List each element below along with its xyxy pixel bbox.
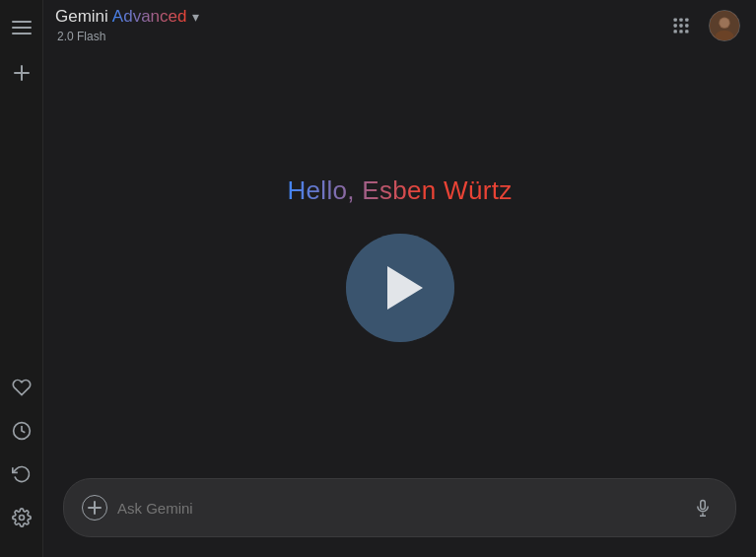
- dropdown-arrow-icon[interactable]: ▾: [192, 10, 199, 25]
- svg-rect-7: [685, 19, 688, 22]
- history-icon[interactable]: [8, 460, 35, 488]
- advanced-label: Advanced: [112, 8, 187, 27]
- gemini-label: Gemini: [55, 8, 108, 27]
- svg-rect-5: [674, 19, 677, 22]
- play-icon: [387, 266, 423, 310]
- settings-icon[interactable]: [8, 504, 35, 531]
- svg-point-17: [720, 19, 728, 28]
- input-container: [63, 478, 736, 537]
- menu-icon[interactable]: [8, 14, 35, 41]
- svg-rect-0: [12, 21, 32, 23]
- svg-rect-12: [679, 30, 682, 33]
- ask-gemini-input[interactable]: [117, 500, 678, 517]
- version-label: 2.0 Flash: [57, 30, 105, 43]
- title-row: Gemini Advanced ▾: [55, 8, 199, 27]
- main-content: Gemini Advanced ▾ 2.0 Flash: [43, 0, 756, 557]
- greeting-text: Hello, Esben Würtz: [288, 175, 513, 206]
- header-right: [667, 10, 740, 41]
- avatar[interactable]: [709, 10, 740, 41]
- sidebar: [0, 0, 43, 557]
- svg-rect-18: [701, 501, 706, 510]
- svg-rect-2: [12, 33, 32, 35]
- svg-point-4: [19, 516, 24, 521]
- svg-rect-8: [674, 24, 677, 27]
- svg-rect-10: [685, 24, 688, 27]
- svg-rect-13: [685, 30, 688, 33]
- svg-rect-9: [679, 24, 682, 27]
- microphone-button[interactable]: [688, 493, 718, 522]
- sidebar-bottom: [8, 374, 35, 547]
- add-attachment-button[interactable]: [82, 495, 107, 521]
- header: Gemini Advanced ▾ 2.0 Flash: [43, 0, 756, 51]
- svg-rect-1: [12, 27, 32, 29]
- apps-grid-icon[interactable]: [667, 12, 695, 39]
- input-area: [43, 466, 756, 557]
- play-button[interactable]: [346, 234, 454, 342]
- favorites-icon[interactable]: [8, 374, 35, 401]
- header-left: Gemini Advanced ▾ 2.0 Flash: [55, 8, 199, 43]
- timer-icon[interactable]: [8, 417, 35, 445]
- gemini-title: Gemini Advanced ▾ 2.0 Flash: [55, 8, 199, 43]
- sidebar-top: [0, 10, 42, 87]
- content-area: Hello, Esben Würtz: [43, 51, 756, 466]
- svg-rect-11: [674, 30, 677, 33]
- svg-rect-6: [679, 19, 682, 22]
- new-chat-button[interactable]: [8, 59, 35, 87]
